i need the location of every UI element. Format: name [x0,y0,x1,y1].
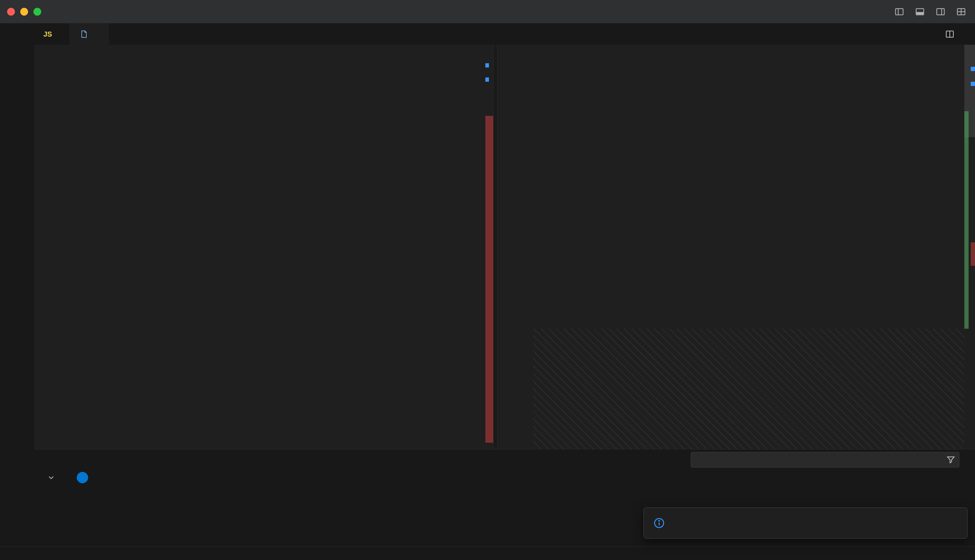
ruler-removed-mark [971,242,975,266]
minimize-window-button[interactable] [20,8,28,16]
diff-modified-pane[interactable] [497,45,975,449]
zoom-window-button[interactable] [33,8,41,16]
js-file-icon: JS [43,30,52,38]
ruler-info-mark [485,77,489,82]
ruler-info-mark [971,67,975,71]
toggle-panel-icon[interactable] [915,7,925,17]
chevron-down-icon[interactable] [47,473,55,482]
problems-file-group[interactable] [34,470,975,485]
title-bar [0,0,975,23]
tab-diff-twosum-untitled[interactable] [70,23,109,45]
customize-layout-icon[interactable] [956,7,967,17]
diff-editor [34,45,975,449]
ruler-removed-mark [485,116,493,443]
panel-header [34,450,975,470]
overview-ruler-left[interactable] [485,45,493,449]
toggle-sidebar-icon[interactable] [894,7,905,17]
diff-filler-hatch [533,329,964,449]
activity-bar [0,23,34,547]
tab-twosum-js[interactable]: JS [34,23,70,45]
ruler-info-mark [485,63,489,68]
filter-icon[interactable] [946,455,956,465]
notification-toast[interactable] [643,507,968,539]
diff-sash[interactable] [493,45,497,449]
editor-actions [912,23,975,45]
file-icon [79,30,88,39]
toggle-secondary-sidebar-icon[interactable] [935,7,946,17]
overview-ruler-right[interactable] [964,45,975,449]
problems-filter-input[interactable] [691,452,959,468]
vscode-window: JS [0,0,975,560]
split-editor-button[interactable] [945,29,955,40]
ruler-info-mark [971,82,975,86]
info-icon [653,517,665,529]
problems-filter [691,452,959,468]
close-window-button[interactable] [7,8,15,16]
window-controls [7,8,41,16]
diff-original-pane[interactable] [34,45,493,449]
editor-tab-bar: JS [34,23,975,45]
ruler-added-mark [964,111,968,329]
status-bar [0,547,975,560]
problems-count-badge [77,472,88,483]
problems-list [34,470,975,485]
